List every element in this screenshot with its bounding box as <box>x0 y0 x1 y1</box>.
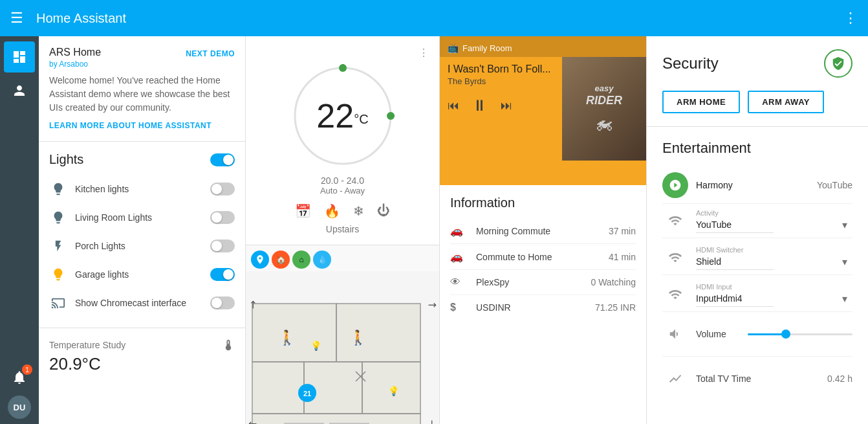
bulb-off-icon <box>49 180 67 198</box>
list-item: Kitchen lights <box>49 175 235 203</box>
car-icon: 🚗 <box>450 251 468 263</box>
next-demo-button[interactable]: NEXT DEMO <box>186 49 235 58</box>
kitchen-lights-label: Kitchen lights <box>75 184 210 194</box>
hdmi-input-icon <box>662 282 688 307</box>
fp-bulb: 💡 <box>310 340 322 351</box>
harmony-icon <box>662 172 688 198</box>
information-title: Information <box>450 195 636 210</box>
total-tv-value: 0.42 h <box>827 374 852 384</box>
porch-lights-toggle[interactable] <box>210 240 235 252</box>
ars-home-header: ARS Home by Arsaboo NEXT DEMO Welcome ho… <box>39 36 245 142</box>
hdmi-input-label-group: HDMI Input InputHdmi1 InputHdmi2 InputHd… <box>696 283 852 307</box>
lights-title: Lights <box>49 152 83 167</box>
hdmi-switcher-sub-label: HDMI Switcher <box>696 246 852 254</box>
sidebar-item-person[interactable] <box>4 75 35 106</box>
morning-commute-value: 37 min <box>609 226 636 236</box>
entertainment-card: Entertainment Harmony YouTube <box>647 127 868 411</box>
fp-arrow-tr[interactable]: ↗ <box>425 297 439 312</box>
menu-icon[interactable]: ☰ <box>10 10 23 27</box>
more-options-icon[interactable]: ⋮ <box>843 10 858 27</box>
media-room-name: Family Room <box>462 43 512 53</box>
garage-lights-toggle[interactable] <box>210 268 235 281</box>
next-track-button[interactable]: ⏭ <box>501 99 512 113</box>
media-artist: The Byrds <box>448 76 556 86</box>
tv-time-icon <box>662 366 688 392</box>
topbar: ☰ Home Assistant ⋮ <box>0 0 868 36</box>
security-buttons: ARM HOME ARM AWAY <box>662 91 852 113</box>
hdmi-switcher-select[interactable]: Shield AppleTV ChromeCast <box>696 254 774 270</box>
arm-away-button[interactable]: ARM AWAY <box>748 91 824 113</box>
volume-row: Volume <box>662 315 852 353</box>
hdmi-switcher-icon <box>662 245 688 271</box>
learn-more-link[interactable]: LEARN MORE ABOUT HOME ASSISTANT <box>49 121 212 130</box>
chromecast-toggle[interactable] <box>210 296 235 309</box>
flame-icon[interactable]: 🔥 <box>324 203 340 219</box>
floorplan-svg: 🚶 🚶 💡 💡 21 <box>246 297 427 424</box>
arm-home-button[interactable]: ARM HOME <box>662 91 740 113</box>
lights-master-toggle[interactable] <box>210 153 235 166</box>
total-tv-label: Total TV Time <box>696 374 827 384</box>
fp-icon-home[interactable]: 🏠 <box>272 251 290 269</box>
svg-rect-5 <box>252 362 304 414</box>
activity-row: Activity YouTube Netflix TV Off <box>662 204 852 235</box>
entertainment-title: Entertainment <box>662 140 852 157</box>
notifications-icon[interactable]: 1 <box>4 362 35 393</box>
thermostat-card: ⋮ 22°C 20.0 - 24.0 Auto - Away <box>246 36 439 245</box>
fp-icon-water[interactable]: 💧 <box>313 251 331 269</box>
floorplan-icon-row: 🏠 ⌂ 💧 <box>246 245 439 274</box>
car-icon: 🚗 <box>450 225 468 237</box>
panel-security-entertainment: Security ARM HOME ARM AWAY Entertainment <box>647 36 868 424</box>
previous-track-button[interactable]: ⏮ <box>448 99 459 113</box>
plexspy-label: PlexSpy <box>476 277 591 287</box>
sidebar-item-dashboard[interactable] <box>4 41 35 73</box>
kitchen-lights-toggle[interactable] <box>210 183 235 195</box>
list-item: Living Room Lights <box>49 203 235 232</box>
lights-panel: Lights Kitchen lights Living Roo <box>39 142 245 328</box>
svg-rect-8 <box>252 414 420 424</box>
panel-home-lights: ARS Home by Arsaboo NEXT DEMO Welcome ho… <box>39 36 246 424</box>
ars-home-author[interactable]: by Arsaboo <box>49 60 101 69</box>
welcome-text: Welcome home! You've reached the Home As… <box>49 74 235 115</box>
living-room-lights-toggle[interactable] <box>210 211 235 224</box>
power-icon[interactable]: ⏻ <box>377 203 390 219</box>
hdmi-switcher-select-wrap: Shield AppleTV ChromeCast <box>696 254 852 270</box>
main-layout: 1 DU ARS Home by Arsaboo NEXT DEMO Welco… <box>0 36 868 424</box>
information-card: Information 🚗 Morning Commute 37 min 🚗 C… <box>440 185 646 330</box>
thermostat-range: 20.0 - 24.0 <box>256 175 429 186</box>
volume-slider[interactable] <box>748 333 852 335</box>
notification-badge: 1 <box>22 364 32 375</box>
eye-icon: 👁 <box>450 276 468 288</box>
list-item: 🚗 Commute to Home 41 min <box>450 244 636 270</box>
list-item: Harmony YouTube <box>662 167 852 204</box>
floorplan-card: 🏠 ⌂ 💧 <box>246 245 439 424</box>
fp-icon-a[interactable] <box>251 251 269 269</box>
chromecast-label: Show Chromecast interface <box>75 298 210 308</box>
snowflake-icon[interactable]: ❄ <box>353 203 364 219</box>
list-item: Porch Lights <box>49 232 235 260</box>
bulb-on-icon <box>49 265 67 284</box>
ars-home-name: ARS Home <box>49 47 101 58</box>
thermostat-mode: Auto - Away <box>256 186 429 195</box>
activity-select-wrap: YouTube Netflix TV Off <box>696 217 852 233</box>
fp-icon-house[interactable]: ⌂ <box>292 251 310 269</box>
activity-select[interactable]: YouTube Netflix TV Off <box>696 217 774 233</box>
temp-study-value: 20.9°C <box>49 354 235 374</box>
cast-icon: 📺 <box>448 43 459 53</box>
list-item: 🚗 Morning Commute 37 min <box>450 218 636 244</box>
thermostat-temp: 22 <box>316 97 354 135</box>
media-header: 📺 Family Room <box>440 36 646 57</box>
play-pause-button[interactable]: ⏸ <box>472 96 488 115</box>
activity-label-group: Activity YouTube Netflix TV Off <box>696 209 852 233</box>
hdmi-input-select[interactable]: InputHdmi1 InputHdmi2 InputHdmi3 InputHd… <box>696 291 774 307</box>
garage-lights-label: Garage lights <box>75 269 210 280</box>
media-card: 📺 Family Room easyRIDER 🏍 I Wasn't Born … <box>440 36 646 185</box>
harmony-label: Harmony <box>696 180 817 190</box>
content-area: ARS Home by Arsaboo NEXT DEMO Welcome ho… <box>39 36 868 424</box>
commute-home-label: Commute to Home <box>476 252 609 262</box>
thermostat-dots[interactable]: ⋮ <box>418 47 429 59</box>
fp-arrow-br[interactable]: ↗ <box>425 417 439 424</box>
temperature-study-panel: Temperature Study 20.9°C <box>39 328 245 385</box>
calendar-icon[interactable]: 📅 <box>295 203 311 219</box>
hdmi-switcher-label-group: HDMI Switcher Shield AppleTV ChromeCast <box>696 246 852 270</box>
avatar[interactable]: DU <box>8 396 31 419</box>
